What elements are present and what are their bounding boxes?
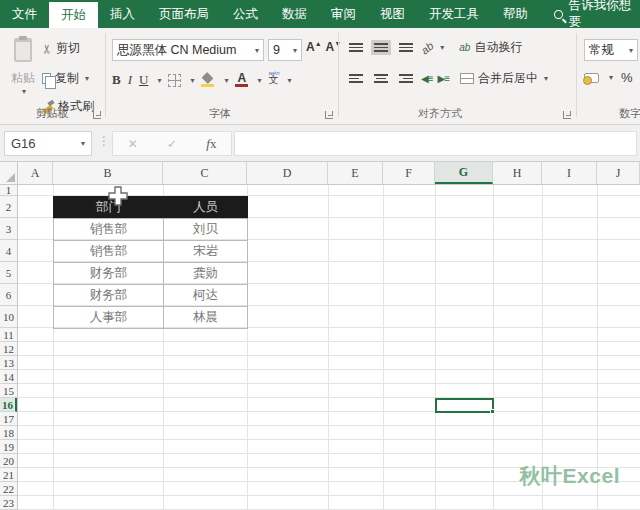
column-header-j[interactable]: J [597,162,640,184]
decrease-indent-icon[interactable]: ◀≡ [421,73,433,84]
fill-handle[interactable] [490,409,495,414]
sheet-grid[interactable]: 部门 人员 销售部 刘贝 销售部 宋岩 财务部 龚勋 财务部 柯达 人事部 林晨… [18,185,640,510]
alignment-dialog-launcher[interactable] [563,111,571,119]
cell-dept[interactable]: 财务部 [54,285,164,307]
font-size-dropdown-arrow[interactable]: ▾ [293,46,297,55]
fill-color-icon[interactable] [201,73,215,87]
align-bottom-button[interactable] [396,40,416,55]
name-box[interactable]: G16 ▾ [4,131,92,156]
row-header[interactable]: 14 [0,370,17,384]
copy-dropdown-arrow[interactable]: ▾ [85,74,89,83]
bold-button[interactable]: B [112,72,121,88]
row-header[interactable]: 22 [0,482,17,496]
row-header[interactable]: 15 [0,384,17,398]
tab-page-layout[interactable]: 页面布局 [147,0,221,28]
row-header[interactable]: 23 [0,496,17,510]
column-header-g-selected[interactable]: G [435,162,493,184]
phonetic-dropdown-arrow[interactable]: ▾ [287,76,291,85]
column-header-h[interactable]: H [493,162,542,184]
align-top-button[interactable] [346,40,366,55]
italic-button[interactable]: I [128,72,132,88]
column-header-b[interactable]: B [53,162,163,184]
cell-person[interactable]: 柯达 [164,285,248,307]
merge-center-button[interactable]: 合并后居中 ▾ [460,70,548,87]
cell-person[interactable]: 龚勋 [164,263,248,285]
column-header-e[interactable]: E [328,162,383,184]
paste-button[interactable]: 粘贴 ▾ [6,36,40,110]
underline-button[interactable]: U [139,72,148,88]
tab-review[interactable]: 审阅 [319,0,368,28]
row-header[interactable]: 13 [0,356,17,370]
align-left-button[interactable] [346,71,366,86]
font-name-combo[interactable]: 思源黑体 CN Medium ▾ [112,39,264,61]
orientation-dropdown-arrow[interactable]: ▾ [440,43,444,52]
column-header-c[interactable]: C [163,162,247,184]
selected-cell-g16[interactable] [435,398,494,413]
font-name-dropdown-arrow[interactable]: ▾ [255,46,259,55]
number-format-combo[interactable]: 常规 ▾ [584,39,638,61]
formula-bar-handle[interactable]: ⋮ [98,134,110,148]
font-color-dropdown-arrow[interactable]: ▾ [257,76,261,85]
row-header[interactable]: 18 [0,426,17,440]
increase-indent-icon[interactable]: ▶≡ [438,73,450,84]
column-header-d[interactable]: D [247,162,328,184]
copy-button[interactable]: 复制 ▾ [42,70,89,87]
cell-person[interactable]: 宋岩 [164,241,248,263]
tab-data[interactable]: 数据 [270,0,319,28]
row-header[interactable]: 17 [0,412,17,426]
tab-file[interactable]: 文件 [0,0,49,28]
paste-dropdown-arrow[interactable]: ▾ [22,87,26,96]
row-header[interactable]: 11 [0,328,17,342]
cancel-icon[interactable]: ✕ [128,137,138,151]
row-header[interactable]: 5 [0,262,17,284]
font-dialog-launcher[interactable] [325,111,333,119]
cell-dept[interactable]: 人事部 [54,307,164,329]
row-header[interactable]: 6 [0,284,17,306]
row-header[interactable]: 10 [0,306,17,328]
cell-dept[interactable]: 销售部 [54,241,164,263]
font-color-button[interactable]: A [235,73,248,88]
underline-dropdown-arrow[interactable]: ▾ [157,76,161,85]
borders-dropdown-arrow[interactable]: ▾ [190,76,194,85]
phonetic-guide-icon[interactable]: wén文 [268,75,278,85]
row-header[interactable]: 2 [0,196,17,218]
tab-help[interactable]: 帮助 [491,0,540,28]
percent-style-button[interactable]: % [621,70,633,85]
row-header[interactable]: 12 [0,342,17,356]
clipboard-dialog-launcher[interactable] [93,111,101,119]
tab-home[interactable]: 开始 [49,2,98,28]
cut-button[interactable]: ✂ 剪切 [42,40,80,57]
name-box-dropdown-arrow[interactable]: ▾ [81,139,85,148]
column-header-i[interactable]: I [542,162,597,184]
accounting-dropdown-arrow[interactable]: ▾ [609,73,613,82]
align-middle-button[interactable] [371,40,391,55]
tab-developer[interactable]: 开发工具 [417,0,491,28]
borders-icon[interactable] [168,74,181,87]
column-header-f[interactable]: F [383,162,435,184]
accounting-format-icon[interactable] [584,73,599,83]
align-center-button[interactable] [371,71,391,86]
tab-insert[interactable]: 插入 [98,0,147,28]
row-header[interactable]: 1 [0,185,17,196]
formula-input[interactable] [234,131,637,156]
column-header-a[interactable]: A [18,162,53,184]
tell-me-search[interactable]: 告诉我你想要 [554,0,640,28]
table-header-person[interactable]: 人员 [164,197,248,219]
cell-dept[interactable]: 财务部 [54,263,164,285]
row-header[interactable]: 19 [0,440,17,454]
row-header-16-selected[interactable]: 16 [0,398,17,412]
row-header[interactable]: 20 [0,454,17,468]
align-right-button[interactable] [396,71,416,86]
cell-person[interactable]: 林晨 [164,307,248,329]
tab-formulas[interactable]: 公式 [221,0,270,28]
row-header[interactable]: 21 [0,468,17,482]
number-format-dropdown-arrow[interactable]: ▾ [629,46,633,55]
fill-color-dropdown-arrow[interactable]: ▾ [224,76,228,85]
cell-person[interactable]: 刘贝 [164,219,248,241]
select-all-button[interactable] [0,162,18,184]
wrap-text-button[interactable]: ab 自动换行 [459,39,522,56]
font-size-combo[interactable]: 9 ▾ [268,39,302,61]
insert-function-icon[interactable]: fx [206,136,216,152]
cell-dept[interactable]: 销售部 [54,219,164,241]
enter-icon[interactable]: ✓ [167,137,177,151]
